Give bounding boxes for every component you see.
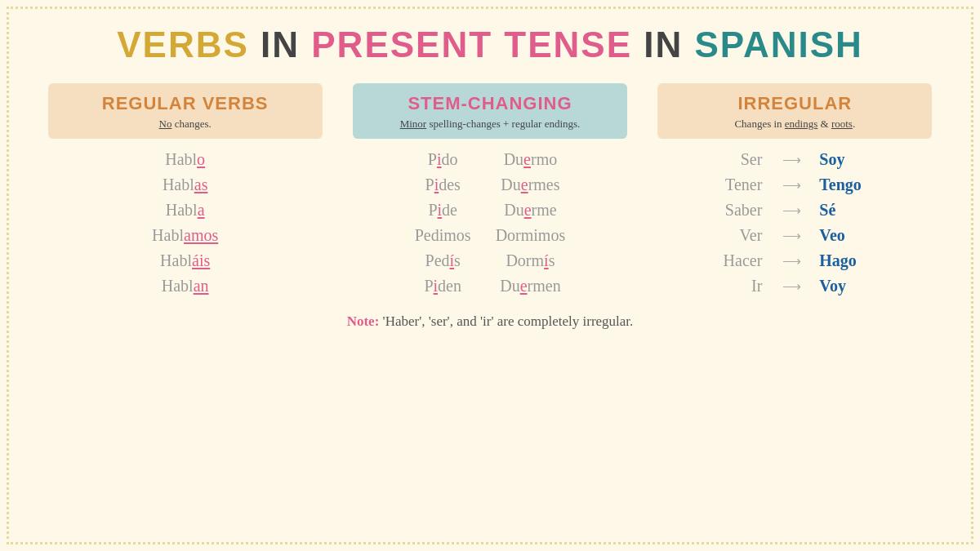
- verb-highlight: i: [434, 176, 439, 193]
- page: VERBS IN PRESENT TENSE IN SPANISH REGULA…: [0, 0, 980, 551]
- list-item: Pide: [428, 201, 457, 220]
- stem-col1: Pido Pides Pide Pedimos Pedís Piden: [415, 150, 471, 295]
- stem-header: STEM-CHANGING Minor spelling-changes + r…: [353, 83, 627, 139]
- page-title: VERBS IN PRESENT TENSE IN SPANISH: [117, 24, 863, 65]
- note: Note: 'Haber', 'ser', and 'ir' are compl…: [347, 313, 634, 330]
- title-in1: IN: [261, 24, 311, 64]
- list-item: Hablo: [165, 150, 205, 169]
- verb-highlight: amos: [184, 226, 218, 244]
- columns-container: REGULAR VERBS No changes. Hablo Hablas H…: [33, 83, 947, 295]
- irreg-base: Saber: [713, 201, 762, 220]
- irreg-base: Ser: [713, 150, 762, 169]
- title-in2: IN: [644, 24, 694, 64]
- irreg-result: Hago: [819, 251, 876, 270]
- stem-verb-lists: Pido Pides Pide Pedimos Pedís Piden Duer…: [415, 144, 565, 295]
- irreg-result: Sé: [819, 201, 876, 220]
- list-item: Saber ⟶ Sé: [713, 201, 876, 220]
- list-item: Tener ⟶ Tengo: [713, 176, 876, 194]
- stem-sub-underline: Minor: [400, 118, 427, 130]
- irregular-header: IRREGULAR Changes in endings & roots.: [657, 83, 932, 139]
- title-present: PRESENT TENSE: [311, 24, 644, 64]
- arrow-icon: ⟶: [782, 152, 800, 167]
- verb-highlight: an: [194, 277, 209, 295]
- verb-highlight: i: [434, 277, 439, 295]
- arrow-icon: ⟶: [782, 253, 800, 269]
- arrow-icon: ⟶: [782, 177, 800, 193]
- list-item: Hablas: [163, 176, 208, 194]
- col-regular: REGULAR VERBS No changes. Hablo Hablas H…: [33, 83, 337, 295]
- irreg-result: Veo: [819, 226, 876, 245]
- list-item: Habla: [166, 201, 205, 220]
- irreg-base: Ver: [713, 226, 762, 245]
- list-item: Dormís: [506, 251, 555, 270]
- title-verbs: VERBS: [117, 24, 261, 64]
- list-item: Habláis: [160, 251, 210, 270]
- list-item: Piden: [424, 277, 461, 295]
- list-item: Duerme: [504, 201, 556, 220]
- verb-highlight: í: [450, 251, 455, 269]
- verb-highlight: a: [198, 201, 205, 219]
- list-item: Pides: [425, 176, 461, 194]
- irregular-sub-endings: endings: [785, 118, 817, 130]
- verb-highlight: i: [437, 150, 442, 168]
- irregular-sub: Changes in endings & roots.: [666, 118, 924, 131]
- verb-highlight: o: [197, 150, 205, 168]
- list-item: Duermes: [501, 176, 559, 194]
- arrow-icon: ⟶: [782, 278, 800, 294]
- title-spanish: SPANISH: [694, 24, 862, 64]
- list-item: Hacer ⟶ Hago: [713, 251, 876, 270]
- irreg-base: Ir: [713, 277, 762, 295]
- arrow-icon: ⟶: [782, 202, 800, 218]
- col-irregular: IRREGULAR Changes in endings & roots. Se…: [643, 83, 947, 295]
- verb-highlight: e: [523, 150, 531, 168]
- note-label: Note:: [347, 313, 380, 329]
- verb-highlight: e: [520, 277, 528, 295]
- irreg-result: Soy: [819, 150, 876, 169]
- list-item: Duermen: [500, 277, 560, 295]
- stem-title: STEM-CHANGING: [361, 93, 619, 114]
- irregular-sub-roots: roots: [831, 118, 853, 130]
- verb-highlight: as: [194, 176, 208, 193]
- list-item: Pido: [428, 150, 458, 169]
- list-item: Ver ⟶ Veo: [713, 226, 876, 245]
- irregular-title: IRREGULAR: [666, 93, 924, 114]
- verb-highlight: e: [521, 176, 528, 193]
- stem-col2: Duermo Duermes Duerme Dormimos Dormís Du…: [496, 150, 566, 295]
- regular-sub-underline: No: [159, 118, 172, 130]
- irreg-base: Hacer: [713, 251, 762, 270]
- list-item: Pedimos: [415, 226, 471, 245]
- irreg-result: Tengo: [819, 176, 876, 194]
- list-item: Hablamos: [152, 226, 218, 245]
- list-item: Pedís: [425, 251, 461, 270]
- irregular-verb-list: Ser ⟶ Soy Tener ⟶ Tengo Saber ⟶ Sé Ver ⟶: [713, 150, 876, 295]
- regular-header: REGULAR VERBS No changes.: [48, 83, 323, 139]
- list-item: Ir ⟶ Voy: [713, 277, 876, 295]
- list-item: Duermo: [504, 150, 558, 169]
- list-item: Dormimos: [496, 226, 566, 245]
- arrow-icon: ⟶: [782, 228, 800, 243]
- stem-sub: Minor spelling-changes + regular endings…: [361, 118, 619, 131]
- list-item: Hablan: [162, 277, 209, 295]
- verb-highlight: i: [438, 201, 443, 219]
- irreg-result: Voy: [819, 277, 876, 295]
- regular-sub: No changes.: [56, 118, 314, 131]
- irreg-base: Tener: [713, 176, 762, 194]
- verb-highlight: áis: [192, 251, 210, 269]
- regular-verb-list: Hablo Hablas Habla Hablamos Habláis Habl…: [152, 150, 218, 295]
- list-item: Ser ⟶ Soy: [713, 150, 876, 169]
- regular-title: REGULAR VERBS: [56, 93, 314, 114]
- verb-highlight: e: [524, 201, 532, 219]
- verb-highlight: í: [544, 251, 549, 269]
- col-stem: STEM-CHANGING Minor spelling-changes + r…: [337, 83, 642, 295]
- note-text: 'Haber', 'ser', and 'ir' are completely …: [383, 313, 634, 329]
